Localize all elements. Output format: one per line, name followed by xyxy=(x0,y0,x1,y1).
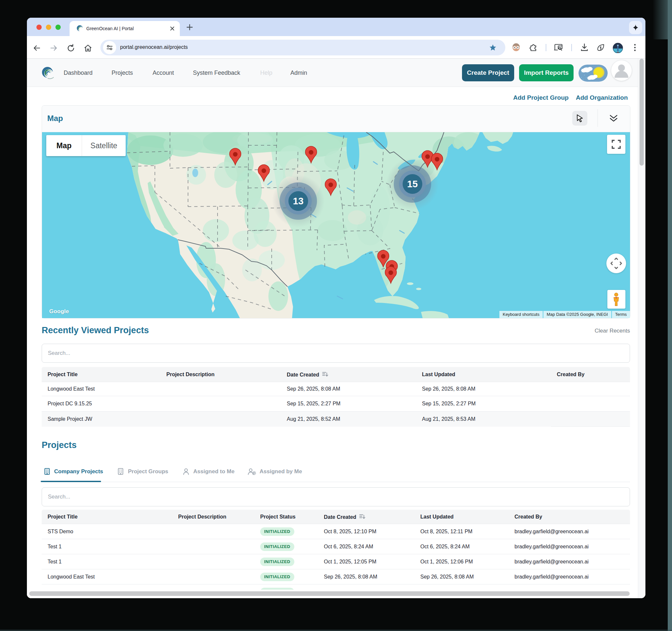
svg-text:15: 15 xyxy=(407,179,418,189)
svg-text:13: 13 xyxy=(293,196,304,206)
